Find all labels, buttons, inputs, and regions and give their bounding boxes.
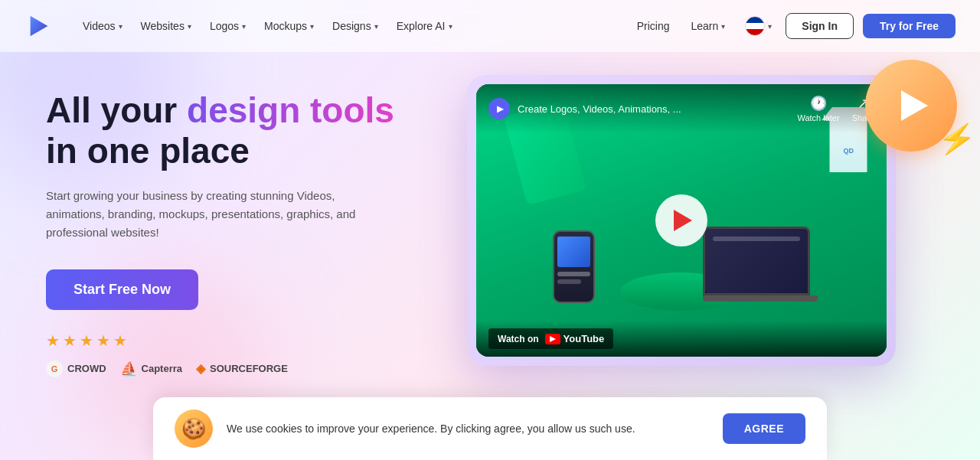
sourceforge-icon: ◈ (196, 361, 205, 376)
logo[interactable] (24, 11, 54, 41)
hero-title: All your design tools in one place (46, 90, 429, 171)
g2-crowd-logo: G CROWD (46, 360, 106, 377)
youtube-bottom-bar: Watch on YouTube (476, 321, 887, 357)
hero-subtitle: Start growing your business by creating … (46, 187, 368, 242)
flag-icon (745, 16, 765, 36)
video-header: ▶ Create Logos, Videos, Animations, ... … (476, 84, 887, 133)
star-rating: ★ ★ ★ ★ ★ (46, 331, 429, 350)
brand-logos: G CROWD ⛵ Capterra ◈ SOURCEFORGE (46, 360, 429, 377)
visme-logo-small: ▶ (488, 98, 510, 119)
cookie-banner: 🍪 We use cookies to improve your experie… (153, 397, 827, 460)
nav-item-designs[interactable]: Designs ▾ (325, 15, 386, 37)
nav-item-explore-ai[interactable]: Explore AI ▾ (389, 15, 460, 37)
cookie-message: We use cookies to improve your experienc… (227, 421, 709, 437)
chevron-down-icon: ▾ (449, 22, 452, 31)
nav-right: Pricing Learn ▾ ▾ Sign In Try for Free (631, 13, 956, 39)
chevron-down-icon: ▾ (374, 22, 378, 31)
play-triangle-icon (674, 210, 692, 231)
hero-right: ⚡ (429, 75, 934, 366)
navbar: Videos ▾ Websites ▾ Logos ▾ Mockups ▾ De… (0, 0, 980, 52)
video-container: QD ▶ Create Logos, Videos, Animations, .… (467, 75, 896, 366)
nav-item-videos[interactable]: Videos ▾ (75, 15, 130, 37)
youtube-logo: YouTube (545, 333, 605, 344)
play-icon: ▶ (497, 103, 504, 114)
hero-left: All your design tools in one place Start… (46, 83, 429, 377)
nav-menu: Videos ▾ Websites ▾ Logos ▾ Mockups ▾ De… (75, 15, 631, 37)
sourceforge-logo: ◈ SOURCEFORGE (196, 361, 288, 376)
video-player[interactable]: QD ▶ Create Logos, Videos, Animations, .… (476, 84, 887, 357)
nav-item-logos[interactable]: Logos ▾ (202, 15, 253, 37)
chevron-down-icon: ▾ (721, 22, 725, 31)
try-free-button[interactable]: Try for Free (863, 14, 956, 38)
agree-button[interactable]: AGREE (723, 413, 805, 444)
hero-section: All your design tools in one place Start… (0, 52, 980, 377)
signin-button[interactable]: Sign In (786, 13, 854, 39)
nav-item-mockups[interactable]: Mockups ▾ (256, 15, 322, 37)
chevron-down-icon: ▾ (310, 22, 314, 31)
cookie-icon: 🍪 (175, 409, 213, 448)
language-selector[interactable]: ▾ (740, 13, 776, 39)
chevron-down-icon: ▾ (242, 22, 246, 31)
watch-later-button[interactable]: 🕐 Watch later (797, 95, 839, 122)
nav-pricing[interactable]: Pricing (631, 15, 676, 37)
nav-item-websites[interactable]: Websites ▾ (133, 15, 199, 37)
chevron-down-icon: ▾ (119, 22, 122, 31)
chevron-down-icon: ▾ (768, 22, 772, 31)
capterra-logo: ⛵ Capterra (120, 360, 182, 377)
svg-marker-0 (31, 16, 48, 37)
lightning-icon: ⚡ (936, 119, 978, 158)
chevron-down-icon: ▾ (188, 22, 191, 31)
nav-learn[interactable]: Learn ▾ (684, 15, 731, 37)
clock-icon: 🕐 (810, 95, 827, 112)
play-icon (901, 90, 928, 121)
play-button[interactable] (655, 194, 707, 246)
video-title: Create Logos, Videos, Animations, ... (518, 103, 797, 115)
watch-on-youtube-button[interactable]: Watch on YouTube (488, 328, 613, 349)
start-free-button[interactable]: Start Free Now (46, 269, 198, 310)
capterra-icon: ⛵ (120, 360, 137, 377)
